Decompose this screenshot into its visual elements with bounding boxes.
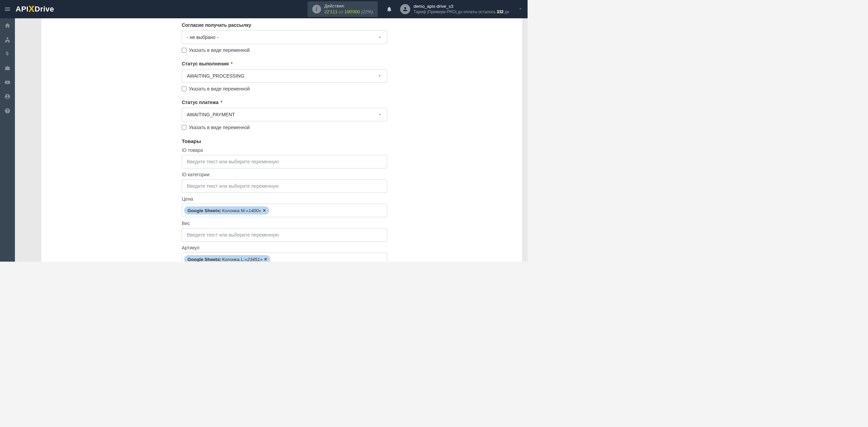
sku-label: Артикул: [182, 245, 387, 250]
tag-remove-icon[interactable]: ×: [264, 257, 267, 262]
exec-status-select[interactable]: AWAITING_PROCESSING: [182, 69, 387, 83]
sitemap-icon: [4, 37, 11, 43]
actions-counter[interactable]: i Действия: 22'111 из 100'000 (22%): [308, 1, 378, 17]
briefcase-icon: [4, 65, 11, 71]
field-consent: Согласие получать рассылку - не выбрано …: [182, 22, 387, 53]
form-panel: Согласие получать рассылку - не выбрано …: [41, 18, 522, 262]
user-menu-caret[interactable]: [513, 6, 528, 12]
product-id-input[interactable]: [182, 155, 387, 168]
pay-as-var-row[interactable]: Указать в виде переменной: [182, 125, 387, 130]
sku-input[interactable]: Google Sheets | Колонка L: «23451» ×: [182, 252, 387, 262]
actions-value: 22'111 из 100'000 (22%): [324, 9, 373, 15]
chevron-down-icon: [377, 74, 382, 78]
pay-status-select[interactable]: AWAITING_PAYMENT: [182, 108, 387, 121]
consent-label: Согласие получать рассылку: [182, 22, 387, 28]
consent-value: - не выбрано -: [187, 35, 218, 40]
sidebar-item-billing[interactable]: [0, 47, 15, 61]
price-label: Цена: [182, 196, 387, 202]
chevron-down-icon: [377, 35, 382, 40]
sidebar-item-services[interactable]: [0, 61, 15, 75]
sidebar-item-connections[interactable]: [0, 33, 15, 47]
sidebar-item-account[interactable]: [0, 89, 15, 104]
consent-select[interactable]: - не выбрано -: [182, 30, 387, 44]
exec-as-var-row[interactable]: Указать в виде переменной: [182, 86, 387, 92]
category-id-label: ID категории: [182, 172, 387, 177]
exec-status-label: Статус выполнения *: [182, 61, 387, 66]
user-circle-icon: [4, 94, 11, 100]
tariff-line: Тариф |Премиум PRO| до оплаты осталось 3…: [414, 9, 509, 15]
home-icon: [4, 22, 11, 28]
user-menu[interactable]: demo_apix-drive_s3 Тариф |Премиум PRO| д…: [396, 4, 513, 15]
pay-as-var-checkbox[interactable]: [182, 125, 186, 130]
price-input[interactable]: Google Sheets | Колонка M: «1400» ×: [182, 204, 387, 217]
field-exec-status: Статус выполнения * AWAITING_PROCESSING …: [182, 61, 387, 92]
info-icon: i: [312, 5, 321, 14]
sidebar-item-home[interactable]: [0, 18, 15, 33]
hamburger-icon: [4, 6, 11, 13]
logo-text-pre: API: [16, 5, 28, 14]
sku-tag: Google Sheets | Колонка L: «23451» ×: [184, 255, 270, 262]
field-pay-status: Статус платежа * AWAITING_PAYMENT Указат…: [182, 100, 387, 130]
consent-as-var-label: Указать в виде переменной: [189, 47, 250, 53]
username: demo_apix-drive_s3: [414, 4, 509, 9]
user-icon: [402, 6, 408, 12]
tag-remove-icon[interactable]: ×: [263, 208, 265, 213]
notifications-button[interactable]: [382, 6, 396, 12]
pay-status-label: Статус платежа *: [182, 100, 387, 105]
logo-text-x: X: [28, 4, 35, 14]
exec-as-var-checkbox[interactable]: [182, 86, 186, 91]
avatar: [400, 4, 410, 14]
pay-as-var-label: Указать в виде переменной: [189, 125, 250, 130]
logo-text-post: Drive: [35, 5, 54, 14]
dollar-icon: [4, 51, 11, 57]
weight-input[interactable]: [182, 228, 387, 242]
logo[interactable]: API X Drive: [16, 4, 54, 15]
bell-icon: [386, 6, 392, 12]
actions-label: Действия:: [324, 3, 373, 9]
app-header: API X Drive i Действия: 22'111 из 100'00…: [0, 0, 528, 18]
main-content: Согласие получать рассылку - не выбрано …: [15, 18, 528, 262]
category-id-input[interactable]: [182, 179, 387, 193]
consent-as-var-checkbox[interactable]: [182, 48, 186, 53]
help-icon: [4, 108, 11, 114]
exec-as-var-label: Указать в виде переменной: [189, 86, 250, 92]
price-tag: Google Sheets | Колонка M: «1400» ×: [184, 206, 269, 215]
sidebar-item-help[interactable]: [0, 104, 15, 118]
exec-status-value: AWAITING_PROCESSING: [187, 73, 244, 79]
menu-toggle-button[interactable]: [0, 0, 15, 18]
youtube-icon: [4, 79, 11, 85]
consent-as-var-row[interactable]: Указать в виде переменной: [182, 47, 387, 53]
sidebar: [0, 18, 15, 262]
pay-status-value: AWAITING_PAYMENT: [187, 112, 235, 117]
chevron-down-icon: [377, 112, 382, 117]
product-id-label: ID товара: [182, 147, 387, 153]
sidebar-item-video[interactable]: [0, 75, 15, 89]
products-header: Товары: [182, 138, 387, 144]
weight-label: Вес: [182, 221, 387, 226]
chevron-down-icon: [518, 6, 523, 11]
